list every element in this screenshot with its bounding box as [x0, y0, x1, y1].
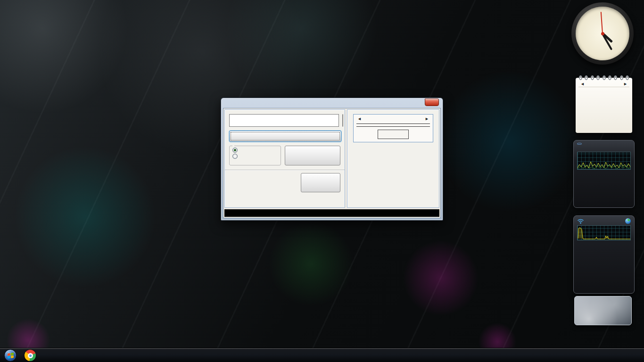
radio-dot — [232, 148, 238, 153]
next-month-arrow[interactable]: ► — [424, 116, 430, 121]
network-history-graph — [577, 225, 631, 240]
radio-desktop[interactable] — [232, 148, 278, 153]
taskbar — [0, 348, 644, 362]
calendar-control: ◄ ► — [353, 114, 433, 142]
calendar-section: ◄ ► — [347, 109, 439, 208]
copy-button[interactable] — [342, 114, 343, 127]
spiral-binding — [579, 75, 629, 80]
divider — [225, 170, 345, 170]
detect-ip-button[interactable] — [229, 131, 341, 142]
gadget-prev-month-arrow[interactable]: ◄ — [579, 82, 586, 86]
calendar-gadget[interactable]: ◄ ► — [576, 78, 632, 133]
network-meter-gadget[interactable] — [573, 215, 635, 294]
clock-gadget[interactable] — [571, 2, 634, 65]
clock-face — [576, 7, 629, 60]
gadget-weekdays — [578, 87, 629, 87]
calendar-weekdays — [356, 123, 430, 124]
ip-address-input[interactable] — [229, 114, 339, 127]
desktop: ◄ ► ◄ — [0, 0, 644, 362]
window-titlebar[interactable] — [221, 98, 443, 108]
dialog-status-strip — [224, 209, 439, 217]
cpu-usage-gadget[interactable] — [573, 140, 635, 208]
close-icon[interactable] — [425, 99, 439, 106]
radio-work-scr[interactable] — [232, 154, 278, 159]
today-button[interactable] — [378, 130, 409, 139]
second-hand — [601, 12, 603, 33]
gadget-next-month-arrow[interactable]: ► — [622, 82, 628, 86]
start-button[interactable] — [4, 349, 17, 362]
poleznoe-window: ◄ ► — [221, 98, 443, 221]
system-tray — [602, 348, 603, 362]
save-location-group — [229, 146, 281, 165]
intel-logo — [577, 143, 582, 145]
prev-month-arrow[interactable]: ◄ — [356, 116, 363, 121]
screenshot-button[interactable] — [285, 146, 340, 165]
clock-center-cap — [601, 32, 604, 35]
globe-icon — [625, 218, 631, 224]
dialog-body: ◄ ► — [223, 108, 441, 218]
weather-gadget[interactable] — [574, 296, 632, 325]
divider — [356, 126, 430, 127]
close-app-button[interactable] — [301, 173, 340, 192]
ip-section — [224, 109, 345, 208]
feedback-text — [229, 173, 298, 192]
wifi-icon — [577, 218, 584, 224]
windows-logo-icon — [8, 353, 14, 359]
radio-dot — [232, 154, 238, 159]
cpu-history-graph — [577, 152, 631, 170]
chrome-taskbar-icon[interactable] — [25, 350, 36, 361]
